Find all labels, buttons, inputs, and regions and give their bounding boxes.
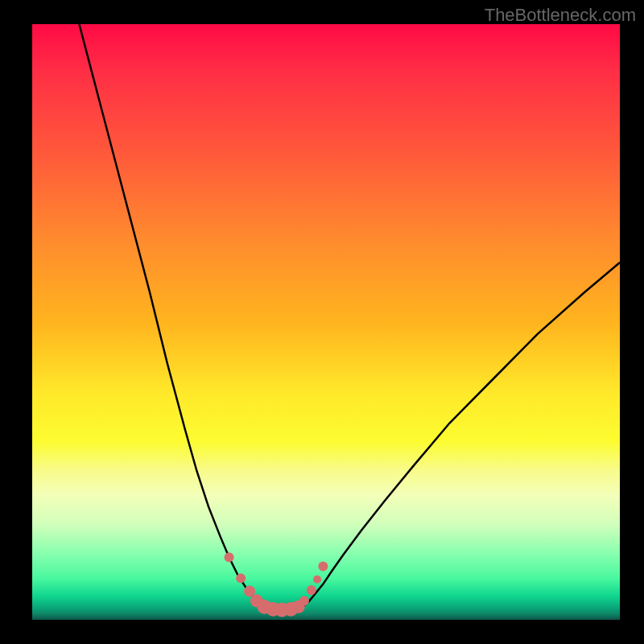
marker-dot <box>225 552 234 562</box>
marker-dot <box>313 576 321 584</box>
marker-dot <box>307 585 316 595</box>
marker-group <box>225 552 328 617</box>
marker-dot <box>236 573 246 583</box>
marker-dot <box>299 596 309 605</box>
plot-area <box>32 24 620 620</box>
chart-svg <box>32 24 620 620</box>
curve-group <box>79 24 620 609</box>
marker-dot <box>318 561 328 571</box>
watermark-text: TheBottleneck.com <box>485 5 636 26</box>
curve-right-curve <box>297 262 621 609</box>
curve-left-curve <box>79 24 273 609</box>
